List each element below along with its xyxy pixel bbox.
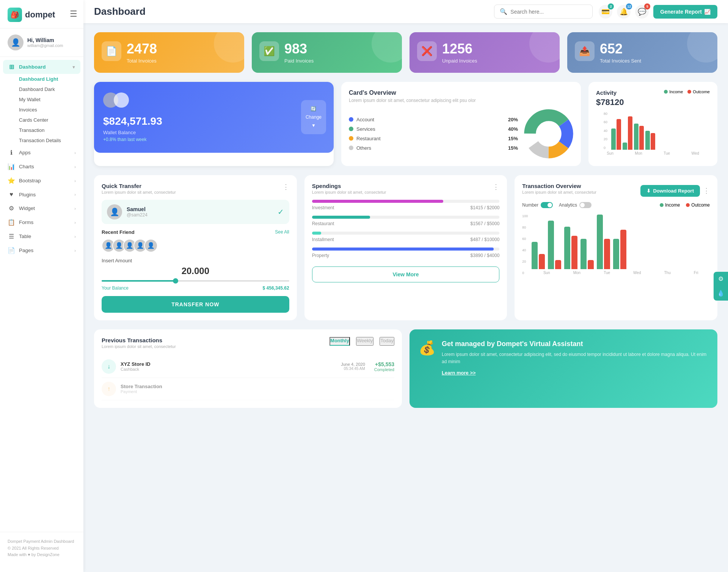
chevron-right-icon: › xyxy=(74,179,76,183)
txn-amount-info: +$5,553 Completed xyxy=(374,361,394,372)
bg-decoration xyxy=(372,32,402,63)
legend-item-restaurant: Restaurant 15% xyxy=(349,136,518,141)
more-options-icon[interactable]: ⋮ xyxy=(493,183,499,191)
analytics-toggle[interactable] xyxy=(579,202,592,208)
pie-chart xyxy=(524,109,573,158)
investment-bar-track xyxy=(312,200,500,203)
sidebar-item-table[interactable]: ☰ Table › xyxy=(0,229,83,243)
floating-buttons: ⚙ 💧 xyxy=(714,272,728,301)
tab-monthly[interactable]: Monthly xyxy=(329,337,350,346)
legend-item-account: Account 20% xyxy=(349,117,518,122)
search-input[interactable] xyxy=(510,9,579,15)
restaurant-pct: 15% xyxy=(508,136,518,141)
activity-card: Activity Income Outcome $78120 xyxy=(588,82,717,166)
sidebar-item-label: Bootstrap xyxy=(19,178,41,183)
activity-chart-wrap: 806040200 xyxy=(596,112,710,155)
y-axis: 100806040200 xyxy=(522,214,528,275)
chevron-right-icon: › xyxy=(74,150,76,155)
outcome-legend: Outcome xyxy=(687,89,710,94)
toggle-knob xyxy=(548,203,552,207)
wallet-icon-btn[interactable]: 💳 2 xyxy=(599,5,612,19)
sidebar-item-widget[interactable]: ⚙ Widget › xyxy=(0,201,83,215)
sidebar-item-forms[interactable]: 📋 Forms › xyxy=(0,215,83,229)
x-axis-labels: Sun Mon Tue Wed xyxy=(596,151,710,155)
spendings-card: Spendings Lorem ipsum dolor sit amet, co… xyxy=(304,175,507,320)
cards-overview: Card's Overview Lorem ipsum dolor sit am… xyxy=(341,82,581,166)
settings-float-button[interactable]: ⚙ xyxy=(714,272,728,286)
footer-app-name: Dompet Payment Admin Dashboard xyxy=(8,538,76,545)
bar-groups xyxy=(611,116,710,150)
search-box[interactable]: 🔍 xyxy=(494,5,593,19)
dashboard-icon: ⊞ xyxy=(8,63,15,71)
sidebar-item-label: Dashboard xyxy=(19,64,46,70)
sidebar-item-pages[interactable]: 📄 Pages › xyxy=(0,243,83,257)
plugins-icon: ♥ xyxy=(8,191,15,198)
total-sent-number: 652 xyxy=(600,41,641,56)
insert-amount-label: Insert Amount xyxy=(102,258,289,263)
transfer-now-button[interactable]: TRANSFER NOW xyxy=(102,296,289,313)
submenu-item-transaction[interactable]: Transaction xyxy=(19,125,83,135)
outcome-bar xyxy=(604,239,610,269)
txn-bars xyxy=(532,214,710,269)
chat-icon-btn[interactable]: 💬 5 xyxy=(635,5,649,19)
friend-avatars: 👤 👤 👤 👤 👤 xyxy=(102,239,289,252)
bar-group-thu xyxy=(597,215,610,269)
submenu-item-my-wallet[interactable]: My Wallet xyxy=(19,94,83,105)
see-all-link[interactable]: See All xyxy=(275,229,289,235)
activity-legend: Income Outcome xyxy=(664,89,710,94)
restaurant-amount: $1567 / $5000 xyxy=(471,221,500,226)
view-more-button[interactable]: View More xyxy=(312,266,500,282)
stat-card-total-invoices: 📄 2478 Total Invoices xyxy=(94,32,244,73)
unpaid-invoices-label: Unpaid Invoices xyxy=(442,58,477,64)
download-report-button[interactable]: ⬇ Download Report xyxy=(640,185,700,197)
submenu-item-dashboard-dark[interactable]: Dashboard Dark xyxy=(19,84,83,94)
legend-item-others: Others 15% xyxy=(349,145,518,151)
submenu-item-dashboard-light[interactable]: Dashboard Light xyxy=(19,74,83,84)
services-label: Services xyxy=(356,126,375,132)
user-name: Hi, William xyxy=(27,37,63,43)
total-invoices-label: Total Invoices xyxy=(127,58,157,64)
bell-icon-btn[interactable]: 🔔 12 xyxy=(617,5,631,19)
tab-weekly[interactable]: Weekly xyxy=(356,337,373,346)
va-learn-more-link[interactable]: Learn more >> xyxy=(442,370,708,376)
sidebar-item-apps[interactable]: ℹ Apps › xyxy=(0,146,83,160)
chevron-right-icon: › xyxy=(74,234,76,239)
topbar: Dashboard 🔍 💳 2 🔔 12 💬 5 Generate Report… xyxy=(83,0,728,23)
va-content: Get managed by Dompet's Virtual Assistan… xyxy=(442,340,708,376)
sidebar-item-dashboard[interactable]: ⊞ Dashboard ▼ xyxy=(3,60,80,74)
txn-name-2: Store Transaction xyxy=(121,384,394,389)
restaurant-label: Restaurant xyxy=(356,136,381,141)
cards-overview-subtitle: Lorem ipsum dolor sit amet, consectetur … xyxy=(349,98,573,103)
txn-bars-wrap: Sun Mon Tue Wed Thu Fri xyxy=(532,214,710,275)
submenu-item-cards-center[interactable]: Cards Center xyxy=(19,115,83,125)
bg-decoration xyxy=(214,32,244,63)
sidebar-item-charts[interactable]: 📊 Charts › xyxy=(0,160,83,174)
outcome-bar xyxy=(571,236,577,269)
content-area: 📄 2478 Total Invoices ✅ 983 Paid Invoice… xyxy=(83,23,728,572)
outcome-label: Outcome xyxy=(691,202,710,208)
x-label-sun: Sun xyxy=(607,151,613,155)
activity-bars: 806040200 xyxy=(596,112,710,150)
wallet-change-button[interactable]: 🔄 Change ▼ xyxy=(301,100,326,134)
chevron-right-icon: › xyxy=(74,165,76,169)
sidebar-item-bootstrap[interactable]: ⭐ Bootstrap › xyxy=(0,174,83,188)
sidebar-item-plugins[interactable]: ♥ Plugins › xyxy=(0,188,83,201)
more-options-icon[interactable]: ⋮ xyxy=(703,186,710,195)
mid-row: $824,571.93 Wallet Balance +0.8% than la… xyxy=(94,82,717,166)
submenu-item-transaction-details[interactable]: Transaction Details xyxy=(19,135,83,146)
income-bar xyxy=(581,239,587,269)
submenu-item-invoices[interactable]: Invoices xyxy=(19,105,83,115)
txn-icon-2: ↑ xyxy=(102,382,116,396)
txn-date: June 4, 2020 xyxy=(341,362,365,367)
water-float-button[interactable]: 💧 xyxy=(714,286,728,301)
hamburger-icon[interactable]: ☰ xyxy=(64,2,83,27)
user-info: 👤 Hi, William william@gmail.com xyxy=(0,28,83,57)
wallet-amount: $824,571.93 xyxy=(103,115,325,127)
generate-report-button[interactable]: Generate Report 📈 xyxy=(653,5,717,19)
account-pct: 20% xyxy=(508,117,518,122)
number-toggle[interactable] xyxy=(541,202,553,208)
more-options-icon[interactable]: ⋮ xyxy=(282,183,289,191)
tab-today[interactable]: Today xyxy=(380,337,394,346)
income-bar xyxy=(634,124,639,150)
amount-slider[interactable] xyxy=(102,280,289,282)
